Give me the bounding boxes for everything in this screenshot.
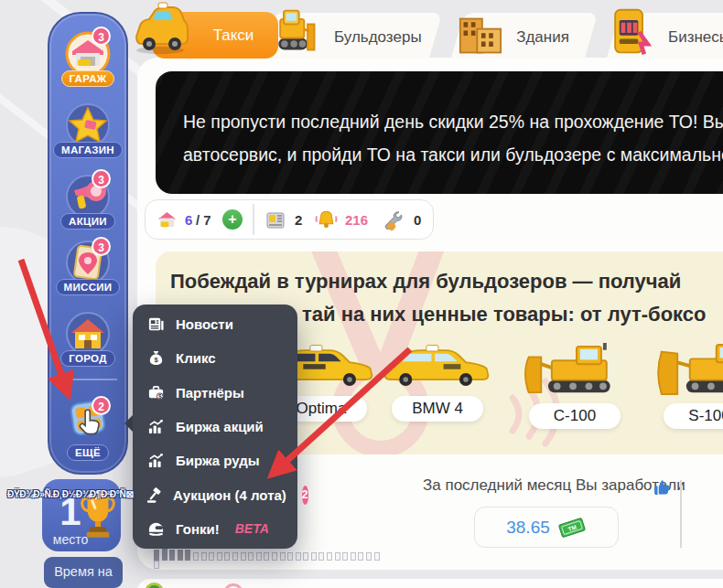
garage-badge: 3: [92, 27, 111, 46]
tournament-heading-line1: Побеждай в турнирах для бульдозеров — по…: [170, 270, 681, 294]
bulldozer-image: [656, 343, 723, 396]
taxi-tab-icon: [131, 2, 189, 57]
auction-badge: 2: [302, 486, 308, 505]
section-divider: [680, 480, 682, 548]
garage-count-current: 6: [185, 212, 192, 228]
sidebar-item-city[interactable]: ГОРОД: [49, 311, 126, 328]
news-icon: [146, 315, 166, 333]
sidebar-item-label: ЕЩЁ: [67, 444, 109, 461]
next-section-card: [137, 579, 723, 588]
menu-item-label: Новости: [176, 316, 233, 332]
discount-banner-line2: автосервис, и пройди ТО на такси или бул…: [183, 144, 723, 166]
time-button[interactable]: Время на: [44, 557, 123, 588]
helmet-icon: [146, 520, 166, 538]
add-garage-button[interactable]: +: [222, 209, 243, 230]
repairs-wrench-icon[interactable]: [382, 209, 404, 231]
taxi-car-image: [382, 343, 493, 389]
vehicle-name-label: S-100: [664, 403, 723, 429]
beta-tag: BETA: [235, 521, 269, 536]
menu-item-ore-exchange[interactable]: Биржа руды: [133, 444, 297, 477]
briefcase-icon: $: [146, 384, 166, 401]
ore-chart-icon: [146, 452, 166, 469]
garage-count-total: / 7: [196, 212, 211, 228]
menu-item-label: Кликс: [176, 350, 216, 366]
vehicle-card-s100[interactable]: S-100: [650, 343, 723, 429]
vehicle-name-label: C-100: [529, 403, 620, 429]
news-count-icon[interactable]: [264, 209, 286, 231]
notifications-count: 216: [345, 212, 368, 228]
sidebar-item-label: МИССИИ: [56, 279, 121, 295]
menu-item-label: Гонки!: [176, 521, 220, 537]
sidebar-item-label: МАГАЗИН: [53, 142, 123, 158]
sidebar-item-garage[interactable]: ГАРАЖ 3: [49, 31, 126, 48]
earnings-label: За последний месяц Вы заработали: [423, 476, 685, 495]
thumbs-up-icon: [652, 477, 671, 497]
menu-item-label: Биржа руды: [176, 453, 260, 468]
rank-tooltip-text: ÐŸÐ¾Ð»Ñ.Ð¸Ð½Ð¾Ð¶Ð²Ð°Ñ⊠: [7, 489, 145, 499]
bulldozer-image: [522, 343, 628, 396]
missions-badge: 3: [92, 237, 111, 256]
buildings-tab-icon: [454, 14, 507, 58]
bulldozer-tab-icon: [270, 5, 321, 58]
menu-item-label: Биржа акций: [176, 419, 264, 434]
menu-item-clicks[interactable]: $ Кликс: [133, 341, 297, 375]
sidebar: ГАРАЖ 3 МАГАЗИН АКЦИИ 3 МИССИИ 3 ГОРОД Е…: [48, 12, 128, 475]
stats-divider: [253, 204, 254, 235]
menu-item-news[interactable]: Новости: [133, 307, 297, 341]
tab-bulldozers[interactable]: Бульдозеры: [334, 28, 416, 47]
earnings-value-box: 38.65 TM: [474, 507, 619, 548]
more-context-menu: Новости $ Кликс $ Партнёры Биржа акций Б…: [133, 305, 297, 549]
more-badge: 2: [92, 396, 111, 415]
game-screen: Не пропусти последний день скидки 25% на…: [0, 0, 723, 588]
skyline-decoration: [154, 548, 383, 561]
menu-item-label: Партнёры: [176, 385, 244, 401]
earnings-value: 38.65: [506, 518, 550, 538]
menu-item-races[interactable]: Гонки! BETA: [133, 512, 297, 546]
menu-item-auction[interactable]: Аукцион (4 лота) 2: [133, 477, 297, 511]
business-tab-icon: [608, 6, 652, 58]
discount-banner-line1: Не пропусти последний день скидки 25% на…: [183, 112, 723, 133]
promos-badge: 3: [92, 169, 111, 188]
sidebar-item-missions[interactable]: МИССИИ 3: [49, 240, 126, 257]
garage-count-icon: [156, 209, 178, 230]
sidebar-item-more[interactable]: ЕЩЁ 2: [49, 395, 126, 412]
discount-banner[interactable]: Не пропусти последний день скидки 25% на…: [156, 71, 723, 194]
sidebar-item-promos[interactable]: АКЦИИ 3: [49, 174, 126, 191]
menu-item-label: Аукцион (4 лота): [173, 487, 286, 503]
sidebar-item-label: АКЦИИ: [60, 213, 115, 230]
sidebar-item-shop[interactable]: МАГАЗИН: [49, 102, 126, 120]
pink-ring-icon: [223, 583, 243, 588]
notifications-bell-icon[interactable]: [314, 208, 339, 231]
stats-bar: 6 / 7 + 2 216 0: [145, 199, 434, 240]
vehicle-name-label: BMW 4: [392, 396, 483, 422]
vehicle-card-c100[interactable]: C-100: [515, 343, 634, 429]
svg-text:$: $: [157, 392, 161, 400]
repairs-count: 0: [414, 212, 421, 228]
gavel-icon: [146, 486, 163, 504]
money-banknote-icon: TM: [557, 516, 587, 540]
tab-buildings[interactable]: Здания: [513, 28, 573, 47]
tab-businesses[interactable]: Бизнесы: [663, 28, 723, 47]
sidebar-item-label: ГОРОД: [60, 350, 114, 367]
tournament-heading-line2: тай на них ценные товары: от лут-боксо: [302, 303, 706, 326]
sidebar-item-label: ГАРАЖ: [61, 70, 115, 87]
menu-item-stock-exchange[interactable]: Биржа акций: [133, 410, 297, 444]
sidebar-divider: [59, 379, 117, 380]
vehicle-card-bmw4[interactable]: BMW 4: [378, 343, 497, 422]
menu-item-partners[interactable]: $ Партнёры: [133, 376, 297, 410]
money-bag-icon: $: [146, 349, 166, 367]
coin-icon: [145, 583, 164, 588]
stocks-chart-icon: [146, 418, 166, 435]
news-count: 2: [295, 212, 302, 228]
